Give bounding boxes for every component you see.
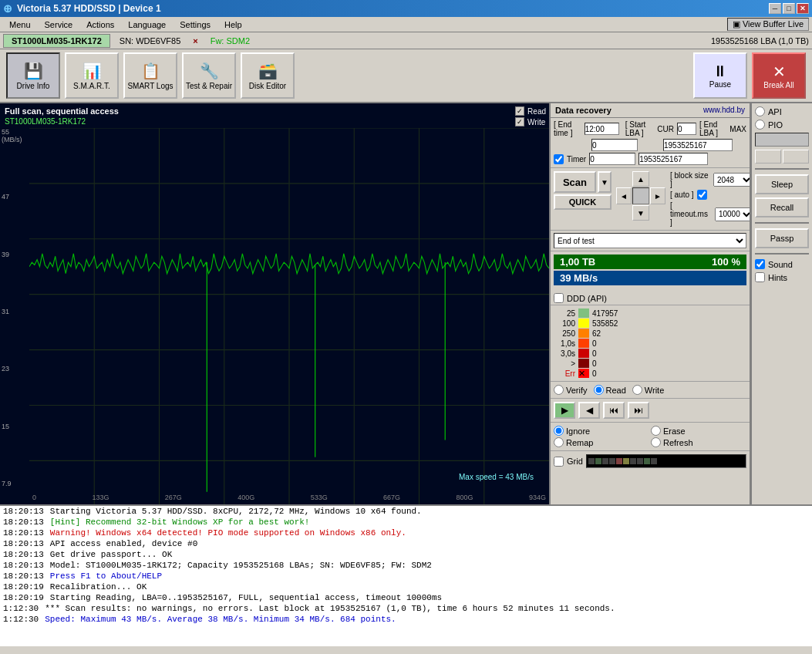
arrow-down-button[interactable]: ▼ — [632, 205, 649, 221]
back-button[interactable]: ◀ — [578, 402, 600, 419]
disk-editor-icon: 🗃️ — [258, 62, 278, 80]
menu-menu[interactable]: Menu — [3, 19, 37, 30]
arrow-left-button[interactable]: ◄ — [616, 187, 632, 204]
timer-checkbox[interactable] — [554, 154, 564, 164]
y-label-5: 15 — [2, 423, 28, 430]
end-lba-input-top[interactable] — [663, 139, 733, 151]
y-label-0: 55 (MB/s) — [2, 128, 28, 143]
toolbar: 💾 Drive Info 📊 S.M.A.R.T. 📋 SMART Logs 🔧… — [0, 49, 812, 103]
log-panel[interactable]: 18:20:13 Starting Victoria 5.37 HDD/SSD.… — [0, 504, 812, 646]
read-radio[interactable] — [594, 385, 604, 395]
log-text-5: Model: ST1000LM035-1RK172; Capacity 1953… — [50, 561, 432, 570]
end-lba-input-bottom[interactable] — [638, 153, 708, 165]
api-label: API — [768, 107, 782, 116]
ddd-checkbox[interactable] — [554, 293, 564, 303]
err-color-3 — [578, 339, 589, 348]
skip-back-button[interactable]: ⏮ — [603, 402, 625, 419]
skip-forward-button[interactable]: ⏭ — [628, 402, 649, 419]
cur-input[interactable] — [677, 123, 696, 135]
sound-checkbox[interactable] — [755, 259, 765, 269]
menu-service[interactable]: Service — [39, 19, 79, 30]
err-color-1 — [578, 319, 589, 328]
io-btn-right[interactable] — [783, 150, 809, 164]
timeout-select[interactable]: 10000 5000 — [715, 207, 750, 221]
log-time-0: 18:20:13 — [3, 507, 44, 516]
smart-logs-button[interactable]: 📋 SMART Logs — [123, 52, 177, 99]
close-button[interactable]: ✕ — [797, 3, 809, 14]
error-row-5: > 0 — [554, 359, 746, 368]
log-time-7: 18:20:19 — [3, 582, 44, 592]
hints-checkbox[interactable] — [755, 272, 765, 282]
smart-label: S.M.A.R.T. — [73, 82, 110, 90]
menu-settings[interactable]: Settings — [174, 19, 217, 30]
ignore-radio[interactable] — [554, 426, 564, 436]
verify-radio[interactable] — [554, 385, 564, 395]
recall-button[interactable]: Recall — [755, 197, 809, 217]
smart-button[interactable]: 📊 S.M.A.R.T. — [65, 52, 119, 99]
err-count-3: 0 — [592, 339, 597, 348]
arrow-up-button[interactable]: ▲ — [632, 171, 649, 187]
error-row-3: 1,0s 0 — [554, 339, 746, 348]
max-speed-label: Max speed = 43 MB/s — [459, 473, 534, 481]
err-count-2: 62 — [592, 329, 601, 338]
write-checkbox[interactable]: ✓ — [515, 117, 524, 126]
passp-button[interactable]: Passp — [755, 228, 809, 248]
device-tab-sn: SN: WDE6VF85 — [112, 35, 188, 47]
log-row-5: 18:20:13 Model: ST1000LM035-1RK172; Capa… — [0, 560, 812, 571]
auto-checkbox[interactable] — [697, 190, 707, 200]
grid-dot-2 — [602, 458, 608, 464]
read-checkbox[interactable]: ✓ — [515, 106, 524, 116]
sleep-button[interactable]: Sleep — [755, 174, 809, 194]
log-time-4: 18:20:13 — [3, 550, 44, 559]
arrow-right-button[interactable]: ► — [650, 187, 665, 204]
device-tab-close[interactable]: × — [190, 36, 200, 46]
block-size-select[interactable]: 2048 512 4096 — [713, 173, 750, 187]
transport-controls: ▶ ◀ ⏮ ⏭ — [551, 399, 750, 423]
start-lba-input[interactable] — [591, 139, 638, 151]
end-time-input[interactable] — [585, 123, 619, 135]
erase-radio[interactable] — [651, 426, 661, 436]
menu-actions[interactable]: Actions — [80, 19, 120, 30]
menubar: Menu Service Actions Language Settings H… — [0, 17, 812, 32]
x-label-3: 400G — [238, 494, 254, 501]
menu-language[interactable]: Language — [122, 19, 172, 30]
test-repair-button[interactable]: 🔧 Test & Repair — [182, 52, 236, 99]
break-all-button[interactable]: ✕ Break All — [752, 52, 806, 99]
pio-radio[interactable] — [755, 120, 765, 130]
quick-button[interactable]: QUICK — [554, 194, 612, 210]
log-row-8: 18:20:19 Starting Reading, LBA=0..195352… — [0, 592, 812, 603]
refresh-radio[interactable] — [651, 437, 661, 447]
api-radio[interactable] — [755, 106, 765, 116]
test-repair-label: Test & Repair — [186, 82, 232, 90]
menu-help[interactable]: Help — [218, 19, 248, 30]
grid-dot-5 — [623, 458, 629, 464]
play-button[interactable]: ▶ — [554, 402, 575, 419]
maximize-button[interactable]: □ — [783, 3, 795, 14]
err-color-0 — [578, 308, 589, 318]
arrow-pad: ▲ ◄ ► ▼ — [616, 171, 665, 227]
end-test-row: End of test — [551, 231, 750, 251]
drive-info-label: Drive Info — [17, 82, 50, 90]
io-btn-left[interactable] — [755, 150, 781, 164]
drive-info-button[interactable]: 💾 Drive Info — [6, 52, 60, 99]
log-time-5: 18:20:13 — [3, 561, 44, 570]
write-radio[interactable] — [632, 385, 642, 395]
log-row-6: 18:20:13 Press F1 to About/HELP — [0, 571, 812, 582]
grid-checkbox[interactable] — [554, 457, 564, 467]
err-threshold-6: Err — [554, 369, 575, 378]
log-time-9: 1:12:30 — [3, 604, 39, 613]
pause-button[interactable]: ⏸ Pause — [693, 52, 747, 99]
end-test-select[interactable]: End of test — [554, 233, 746, 248]
scan-dropdown-button[interactable]: ▼ — [598, 171, 612, 193]
device-tab-drive[interactable]: ST1000LM035-1RK172 — [3, 34, 110, 48]
minimize-button[interactable]: ─ — [769, 3, 781, 14]
timer-input[interactable] — [589, 153, 635, 165]
view-buffer-button[interactable]: ▣ View Buffer Live — [727, 18, 809, 31]
remap-radio[interactable] — [554, 437, 564, 447]
disk-editor-button[interactable]: 🗃️ Disk Editor — [241, 52, 295, 99]
scan-button[interactable]: Scan — [554, 171, 596, 193]
auto-label: [ auto ] — [670, 190, 694, 199]
err-count-4: 0 — [592, 349, 597, 358]
titlebar-controls[interactable]: ─ □ ✕ — [769, 3, 809, 14]
arrow-center-button[interactable] — [632, 187, 649, 204]
